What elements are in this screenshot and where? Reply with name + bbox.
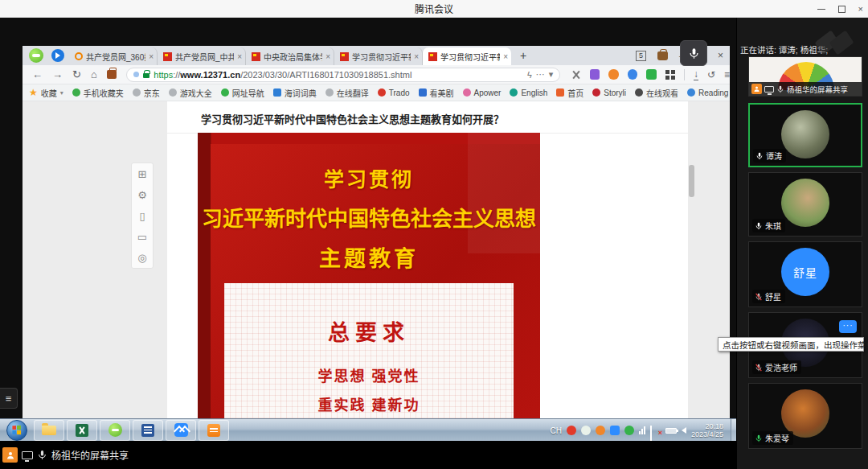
lightning-icon[interactable]: ϟ — [527, 70, 532, 80]
bookmark-icon — [635, 88, 643, 97]
undo-icon[interactable]: ↺ — [707, 69, 715, 80]
bookmark-item[interactable]: 手机收藏夹 — [72, 87, 124, 99]
clock[interactable]: 20:182023/4/25 — [691, 422, 723, 438]
bookmark-item[interactable]: 网址导航 — [221, 87, 264, 99]
battery-icon[interactable] — [665, 428, 677, 434]
translate-icon[interactable] — [628, 69, 638, 80]
mic-icon — [37, 450, 47, 460]
bookmark-item[interactable]: Reading — [687, 88, 728, 97]
bookmark-item[interactable]: 海词词典 — [273, 87, 317, 99]
window-maximize-button[interactable] — [838, 6, 845, 13]
taskbar-word[interactable] — [133, 420, 163, 441]
video-tile-zhuqi[interactable]: 朱琪 — [748, 172, 862, 237]
page-scrollbar-thumb[interactable] — [689, 165, 694, 197]
home-icon[interactable]: ⌂ — [91, 68, 97, 80]
more-icon[interactable]: ⋯ — [536, 69, 545, 80]
bookmark-item[interactable]: Trado — [378, 88, 410, 97]
tab-count-badge[interactable]: 5 — [636, 51, 646, 61]
bookmark-item[interactable]: Apower — [463, 88, 502, 97]
bookmark-item[interactable]: 看美剧 — [419, 87, 454, 99]
speed-mode-icon[interactable] — [51, 49, 64, 62]
more-options-button[interactable]: ··· — [839, 320, 857, 333]
signal-icon[interactable] — [639, 426, 645, 434]
bookmark-favorites[interactable]: ★收藏▾ — [29, 87, 63, 99]
share-tile-label: 杨祖华的屏幕共享 — [787, 84, 848, 95]
gear-icon[interactable]: ⚙ — [137, 189, 147, 201]
tab-4[interactable]: 学习贯彻习近平新时代中 × — [334, 47, 423, 65]
screen-share-tile[interactable]: 杨祖华的屏幕共享 — [748, 56, 862, 97]
shop-bag-icon[interactable] — [657, 51, 668, 60]
chevron-down-icon[interactable]: ▾ — [549, 69, 554, 80]
participant-list-toggle[interactable]: ≡ — [0, 388, 18, 409]
network-icon[interactable]: × — [650, 426, 661, 435]
browser-close-button[interactable]: × — [718, 50, 723, 61]
tab-1[interactable]: 共产党员网_360搜索 × — [69, 47, 158, 65]
window-minimize-button[interactable] — [817, 9, 825, 10]
taskbar-excel[interactable] — [67, 420, 97, 441]
video-tile-shuxing[interactable]: 舒星 舒星 — [748, 241, 862, 307]
360-tray-icon[interactable] — [624, 426, 634, 435]
participant-name: 谭涛 — [766, 150, 782, 162]
language-indicator[interactable]: CH — [551, 426, 562, 435]
url-input[interactable]: https://www.12371.cn/2023/03/30/ARTI1680… — [126, 68, 560, 82]
wechat-tray-icon[interactable] — [581, 426, 591, 435]
slide-line-3: 主题教育 — [198, 241, 540, 273]
meeting-tray-icon[interactable] — [610, 426, 620, 435]
tab-3[interactable]: 中央政治局集体学习 习近 × — [246, 47, 334, 65]
new-tab-button[interactable]: + — [514, 47, 532, 64]
page-tool-strip: ⊞ ⚙ ▯ ▭ ◎ — [131, 163, 154, 269]
show-desktop-button[interactable] — [731, 419, 736, 442]
start-button[interactable] — [6, 420, 27, 441]
tab-2[interactable]: 共产党员网_中共中央组织 × — [158, 47, 246, 65]
toolbar-divider — [684, 69, 685, 80]
speaker-icon[interactable] — [682, 427, 686, 434]
reload-icon[interactable]: ↻ — [72, 68, 81, 80]
taskbar-file-explorer[interactable] — [34, 420, 64, 441]
bookmark-item[interactable]: 京东 — [133, 87, 160, 99]
tab-5-active[interactable]: 学习贯彻习近平新时代中 × — [423, 47, 511, 65]
reader-mode-icon[interactable]: ◎ — [137, 252, 146, 264]
sogou-tray-icon[interactable] — [567, 426, 576, 435]
briefcase-icon[interactable] — [107, 70, 117, 79]
tab-close-icon[interactable]: × — [149, 52, 154, 61]
menu-icon[interactable]: ≡ — [724, 69, 730, 80]
back-icon[interactable]: ← — [32, 68, 43, 80]
video-tile-tantao[interactable]: 谭涛 — [748, 103, 862, 167]
slide-line-1: 学习贯彻 — [198, 163, 540, 192]
tab-close-icon[interactable]: × — [237, 52, 242, 61]
app-titlebar: 腾讯会议 × — [0, 0, 868, 18]
apps-grid-icon[interactable] — [665, 70, 675, 80]
favicon-360-search — [75, 52, 83, 60]
window-close-button[interactable]: × — [858, 4, 863, 14]
mobile-view-icon[interactable]: ▯ — [139, 210, 145, 222]
taskbar-pdf-tool[interactable] — [199, 420, 229, 441]
video-tile-zhuaiqin[interactable]: 朱爱琴 — [748, 383, 862, 449]
huorong-tray-icon[interactable] — [596, 426, 605, 435]
bookmark-item[interactable]: 在线翻译 — [326, 87, 369, 99]
browser-logo-icon[interactable] — [29, 48, 43, 63]
download-icon[interactable]: ↓ — [694, 68, 698, 80]
extension-green-icon[interactable] — [646, 69, 657, 80]
tab-close-icon[interactable]: × — [326, 52, 330, 61]
bookmark-item[interactable]: Storyli — [592, 88, 626, 97]
extension-purple-icon[interactable] — [590, 69, 600, 80]
bookmark-icon — [556, 88, 564, 97]
taskbar-tencent-meeting[interactable] — [166, 420, 196, 441]
bookmark-item[interactable]: 游戏大全 — [169, 87, 212, 99]
folder-icon — [42, 426, 56, 435]
bookmark-item[interactable]: 在线观看 — [635, 87, 678, 99]
mic-icon — [755, 222, 763, 230]
tab-close-icon[interactable]: × — [503, 52, 508, 61]
share-tile-labelbar: 杨祖华的屏幕共享 — [749, 82, 862, 96]
floating-mic-button[interactable] — [680, 40, 707, 66]
mic-muted-icon — [755, 293, 763, 301]
expand-icon[interactable]: ⊞ — [138, 168, 147, 180]
game-controller-icon[interactable] — [608, 69, 619, 80]
taskbar-360-browser[interactable] — [100, 420, 130, 441]
screenshot-scissors-icon[interactable] — [571, 70, 581, 80]
bookmark-item[interactable]: 首页 — [556, 87, 583, 99]
tab-close-icon[interactable]: × — [414, 52, 419, 61]
forward-icon[interactable]: → — [52, 68, 63, 80]
bookmark-item[interactable]: English — [510, 88, 547, 97]
save-image-icon[interactable]: ▭ — [137, 231, 147, 243]
